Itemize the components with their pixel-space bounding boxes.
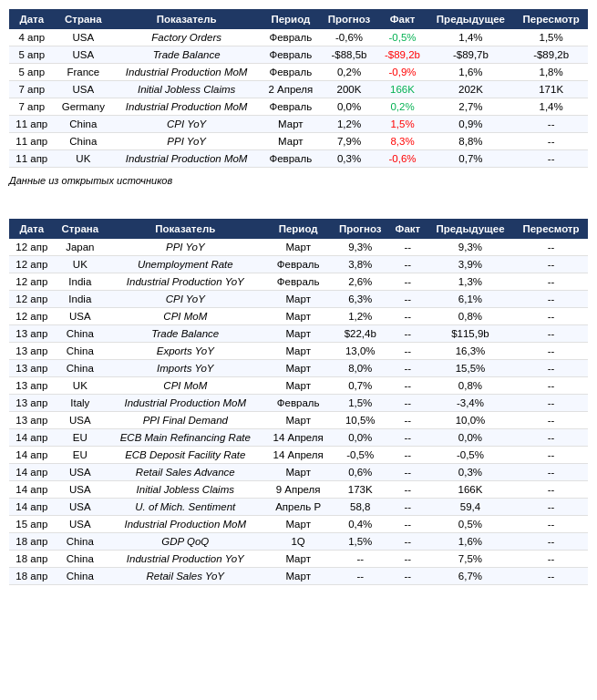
cell-forecast: 1,5% (332, 395, 389, 412)
cell-country: UK (55, 256, 106, 273)
cell-forecast: -$88,5b (321, 46, 378, 64)
cell-forecast: -0,6% (321, 29, 378, 46)
cell-country: China (55, 325, 106, 343)
cell-prev: 0,9% (427, 116, 515, 133)
table-row: 11 апрChinaCPI YoYМарт1,2%1,5%0,9%-- (9, 116, 588, 133)
col-prev: Предыдущее (427, 219, 514, 239)
cell-country: USA (55, 81, 113, 98)
cell-indicator: Factory Orders (112, 29, 261, 46)
cell-country: EU (55, 429, 106, 447)
cell-date: 13 апр (9, 412, 55, 429)
cell-country: China (55, 360, 106, 377)
cell-revision: -- (514, 273, 588, 291)
table-row: 14 апрUSAInitial Jobless Claims9 Апреля1… (9, 481, 588, 499)
cell-prev: 59,4 (427, 499, 514, 516)
cell-indicator: Industrial Production YoY (106, 273, 265, 291)
cell-indicator: PPI Final Demand (106, 412, 265, 429)
cell-fact: -$89,2b (377, 46, 427, 64)
cell-prev: 0,5% (427, 516, 514, 533)
cell-period: 14 Апреля (265, 447, 332, 464)
cell-prev: 1,6% (427, 64, 515, 81)
cell-forecast: 0,6% (332, 464, 389, 481)
cell-country: USA (55, 29, 113, 46)
cell-period: Март (265, 377, 332, 395)
col-forecast: Прогноз (321, 9, 378, 29)
cell-forecast: 10,5% (332, 412, 389, 429)
cell-period: Февраль (261, 150, 320, 168)
cell-revision: -- (514, 256, 588, 273)
cell-forecast: 8,0% (332, 360, 389, 377)
cell-date: 14 апр (9, 447, 55, 464)
cell-indicator: GDP QoQ (106, 533, 265, 551)
cell-country: China (55, 568, 106, 585)
col-indicator: Показатель (106, 219, 265, 239)
cell-forecast: 0,2% (321, 64, 378, 81)
cell-date: 14 апр (9, 429, 55, 447)
cell-indicator: U. of Mich. Sentiment (106, 499, 265, 516)
cell-forecast: 58,8 (332, 499, 389, 516)
table-row: 12 апрIndiaCPI YoYМарт6,3%--6,1%-- (9, 291, 588, 308)
col-prev: Предыдущее (427, 9, 515, 29)
cell-indicator: Initial Jobless Claims (106, 481, 265, 499)
cell-indicator: Retail Sales YoY (106, 568, 265, 585)
cell-date: 12 апр (9, 256, 55, 273)
cell-revision: -- (514, 447, 588, 464)
col-forecast: Прогноз (332, 219, 389, 239)
cell-indicator: CPI MoM (106, 308, 265, 325)
cell-period: Февраль (265, 395, 332, 412)
cell-country: China (55, 551, 106, 568)
cell-country: USA (55, 516, 106, 533)
cell-country: USA (55, 481, 106, 499)
cell-country: China (55, 533, 106, 551)
cell-prev: 0,0% (427, 429, 514, 447)
cell-date: 7 апр (9, 81, 55, 98)
cell-period: 14 Апреля (265, 429, 332, 447)
cell-forecast: 0,7% (332, 377, 389, 395)
cell-forecast: 2,6% (332, 273, 389, 291)
table-2: Дата Страна Показатель Период Прогноз Фа… (9, 219, 588, 585)
cell-prev: 1,6% (427, 533, 514, 551)
table-row: 18 апрChinaIndustrial Production YoYМарт… (9, 551, 588, 568)
cell-period: Март (265, 551, 332, 568)
cell-prev: -3,4% (427, 395, 514, 412)
cell-period: Февраль (261, 98, 320, 116)
table-row: 13 апрChinaExports YoYМарт13,0%--16,3%-- (9, 343, 588, 360)
cell-indicator: Industrial Production MoM (112, 150, 261, 168)
cell-forecast: 1,2% (321, 116, 378, 133)
cell-date: 11 апр (9, 150, 55, 168)
cell-prev: 0,8% (427, 308, 514, 325)
cell-fact: -- (389, 273, 427, 291)
col-period: Период (265, 219, 332, 239)
cell-fact: -- (389, 481, 427, 499)
cell-country: EU (55, 447, 106, 464)
cell-country: China (55, 343, 106, 360)
cell-date: 12 апр (9, 273, 55, 291)
cell-date: 14 апр (9, 464, 55, 481)
cell-fact: -- (389, 499, 427, 516)
cell-date: 11 апр (9, 133, 55, 150)
table-row: 13 апрUKCPI MoMМарт0,7%--0,8%-- (9, 377, 588, 395)
cell-prev: 8,8% (427, 133, 515, 150)
cell-fact: -0,5% (377, 29, 427, 46)
cell-forecast: -- (332, 568, 389, 585)
col-country: Страна (55, 219, 106, 239)
cell-revision: -- (514, 239, 588, 256)
cell-prev: -0,5% (427, 447, 514, 464)
cell-revision: -- (514, 308, 588, 325)
cell-revision: -- (514, 481, 588, 499)
cell-revision: -- (514, 464, 588, 481)
table-row: 5 апрUSATrade BalanceФевраль-$88,5b-$89,… (9, 46, 588, 64)
table-row: 11 апрChinaPPI YoYМарт7,9%8,3%8,8%-- (9, 133, 588, 150)
cell-date: 13 апр (9, 360, 55, 377)
cell-revision: -- (514, 377, 588, 395)
cell-forecast: 9,3% (332, 239, 389, 256)
cell-forecast: 173K (332, 481, 389, 499)
cell-period: Февраль (261, 46, 320, 64)
cell-country: India (55, 291, 106, 308)
cell-period: Февраль (265, 256, 332, 273)
cell-prev: 0,8% (427, 377, 514, 395)
cell-indicator: Trade Balance (106, 325, 265, 343)
cell-indicator: Unemployment Rate (106, 256, 265, 273)
cell-country: USA (55, 308, 106, 325)
table-row: 14 апрEUECB Main Refinancing Rate14 Апре… (9, 429, 588, 447)
